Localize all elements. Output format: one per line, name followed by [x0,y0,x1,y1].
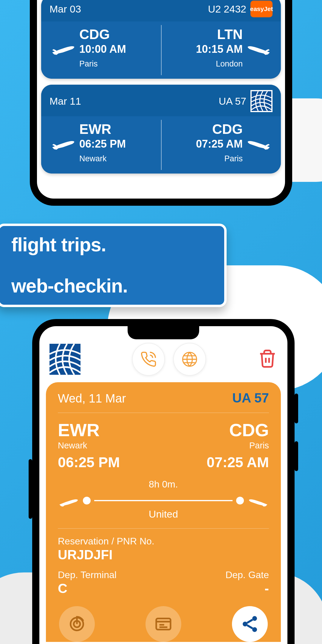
detail-dep-code: EWR [58,421,120,439]
arr-code: LTN [196,27,243,42]
boarding-pass-button[interactable] [145,606,181,642]
dep-time: 06:25 PM [79,137,126,151]
flight-list-screen: Mar 03 U2 2432 easyJet CDG 10:00 AM Pari… [37,0,285,199]
flight-number: UA 57 [219,95,246,107]
radar-icon [67,614,86,634]
detail-dep-city: Newark [58,441,120,451]
arr-code: CDG [196,122,243,137]
promo-line1: flight trips. [11,234,212,256]
dep-city: Newark [79,154,126,163]
phone-frame-top: Mar 03 U2 2432 easyJet CDG 10:00 AM Pari… [30,0,292,206]
detail-arr-time: 07:25 AM [207,454,269,470]
share-icon [240,614,259,634]
united-logo-icon [49,344,80,375]
plane-landing-icon [247,135,271,150]
promo-line2: web-checkin. [11,275,212,297]
plane-landing-icon [247,495,269,507]
pnr-label: Reservation / PNR No. [58,536,269,547]
share-button[interactable] [232,606,268,642]
trash-icon [258,348,277,370]
flight-detail-card: Wed, 11 Mar UA 57 EWR Newark 06:25 PM CD… [46,382,281,642]
phone-frame-bottom: Wed, 11 Mar UA 57 EWR Newark 06:25 PM CD… [32,319,295,644]
detail-dep-time: 06:25 PM [58,454,120,470]
plane-takeoff-icon [58,495,79,507]
flight-card[interactable]: Mar 03 U2 2432 easyJet CDG 10:00 AM Pari… [41,0,281,79]
dep-city: Paris [79,59,126,69]
flight-card[interactable]: Mar 11 UA 57 EWR 06:25 PM Newark [41,85,281,174]
dep-code: CDG [79,27,126,42]
arr-city: London [196,59,243,69]
dep-terminal-label: Dep. Terminal [58,569,117,580]
dep-time: 10:00 AM [79,42,126,57]
detail-toolbar [39,339,287,379]
delete-button[interactable] [258,348,277,371]
plane-takeoff-icon [51,135,75,150]
dep-gate-value: - [225,581,269,596]
promo-banner: flight trips. web-checkin. [0,224,227,307]
web-button[interactable] [173,343,206,376]
airline-name: United [58,508,269,529]
plane-takeoff-icon [51,40,75,55]
dep-code: EWR [79,122,126,137]
detail-date: Wed, 11 Mar [58,392,126,405]
svg-point-6 [252,627,257,632]
dep-gate-label: Dep. Gate [225,569,269,580]
pnr-value: URJDJFI [58,547,269,562]
radar-button[interactable] [59,606,95,642]
flight-duration: 8h 0m. [58,479,269,490]
detail-arr-code: CDG [207,421,269,439]
flight-date: Mar 11 [49,95,81,107]
united-logo-icon [250,90,273,112]
globe-icon [181,351,198,368]
flight-number: U2 2432 [208,3,246,15]
flight-progress-track [58,495,269,507]
svg-point-4 [252,616,257,621]
arr-city: Paris [196,154,243,163]
flight-detail-screen: Wed, 11 Mar UA 57 EWR Newark 06:25 PM CD… [39,326,287,644]
plane-landing-icon [247,40,271,55]
dep-terminal-value: C [58,581,117,596]
easyjet-logo-icon: easyJet [250,1,273,17]
boarding-pass-icon [154,614,173,634]
svg-point-5 [243,622,247,626]
arr-time: 10:15 AM [196,42,243,57]
detail-flight-number: UA 57 [232,391,269,405]
detail-arr-city: Paris [207,441,269,451]
phone-icon [140,351,157,368]
flight-date: Mar 03 [49,3,81,15]
call-button[interactable] [132,343,165,376]
arr-time: 07:25 AM [196,137,243,151]
phone-notch [128,326,199,339]
